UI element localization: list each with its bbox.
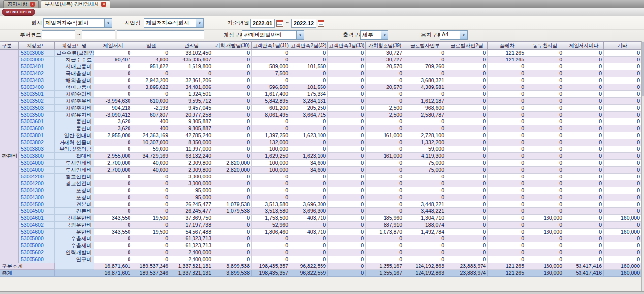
amount-cell[interactable]: 0 [526, 84, 564, 91]
table-row[interactable]: 53005602인력개발비002,400,00000000000000 [0, 249, 642, 256]
amount-cell[interactable]: 0 [94, 70, 132, 77]
table-row[interactable]: 53003801일반 접대비2,955,00024,363,16942,785,… [0, 132, 642, 139]
amount-cell[interactable]: 19,500 [132, 229, 170, 235]
amount-cell[interactable]: 0 [488, 160, 526, 167]
amount-cell[interactable]: 0 [213, 132, 252, 139]
amount-cell[interactable]: 0 [446, 139, 488, 146]
account-code-cell[interactable]: 53005000 [19, 242, 55, 249]
amount-cell[interactable]: 0 [446, 167, 488, 174]
amount-cell[interactable]: 0 [488, 125, 526, 132]
amount-cell[interactable]: 17,197,738 [170, 222, 213, 229]
amount-cell[interactable]: 1,753,500 [252, 215, 290, 222]
amount-cell[interactable]: 0 [213, 235, 252, 242]
amount-cell[interactable]: 0 [290, 256, 328, 263]
amount-cell[interactable]: 95,000 [170, 194, 213, 201]
amount-cell[interactable]: 63,132,240 [170, 153, 213, 160]
amount-cell[interactable]: 9,595,712 [170, 98, 213, 105]
amount-cell[interactable]: 0 [170, 70, 213, 77]
amount-cell[interactable]: 0 [328, 222, 366, 229]
amount-cell[interactable]: 0 [564, 125, 604, 132]
amount-cell[interactable]: 40,000 [132, 167, 170, 174]
amount-cell[interactable]: 23,883,974 [446, 263, 488, 270]
amount-cell[interactable]: 32,861,206 [170, 77, 213, 84]
amount-cell[interactable]: 2,700,000 [94, 160, 132, 167]
amount-cell[interactable]: 16,871,601 [94, 270, 132, 277]
amount-cell[interactable]: 1,073,870 [366, 229, 404, 235]
account-code-cell[interactable]: 53003800 [19, 153, 55, 160]
amount-cell[interactable]: 0 [132, 222, 170, 229]
account-code-cell[interactable]: 53005000 [19, 235, 55, 242]
amount-cell[interactable]: 2,009,800 [170, 167, 213, 174]
close-icon[interactable]: × [30, 2, 35, 7]
amount-cell[interactable]: 1,337,821,131 [170, 263, 213, 270]
account-code-cell[interactable]: 53003500 [19, 112, 55, 118]
amount-cell[interactable]: 2,700,000 [94, 167, 132, 174]
amount-cell[interactable]: 0 [94, 194, 132, 201]
amount-cell[interactable]: 1,924,501 [170, 91, 213, 98]
amount-cell[interactable]: 0 [328, 270, 366, 277]
amount-cell[interactable]: 0 [526, 98, 564, 105]
amount-cell[interactable]: 0 [526, 125, 564, 132]
amount-cell[interactable]: 0 [446, 63, 488, 70]
amount-cell[interactable]: 0 [564, 208, 604, 215]
amount-cell[interactable]: 0 [488, 105, 526, 112]
amount-cell[interactable]: 3,620 [94, 118, 132, 125]
amount-cell[interactable]: 96,822,559 [290, 270, 328, 277]
amount-cell[interactable]: 0 [564, 77, 604, 84]
amount-cell[interactable]: 0 [446, 125, 488, 132]
amount-cell[interactable]: 400 [132, 125, 170, 132]
amount-cell[interactable]: 0 [290, 249, 328, 256]
amount-cell[interactable]: 0 [404, 256, 446, 263]
amount-cell[interactable]: 0 [366, 146, 404, 153]
amount-cell[interactable]: 0 [404, 50, 446, 57]
amount-cell[interactable]: 0 [252, 174, 290, 180]
amount-cell[interactable]: 175,334 [290, 91, 328, 98]
amount-cell[interactable]: 100,000 [252, 167, 290, 174]
amount-cell[interactable]: 0 [604, 146, 642, 153]
amount-cell[interactable]: 2,955,000 [94, 153, 132, 160]
amount-cell[interactable]: 3,895,022 [132, 84, 170, 91]
amount-cell[interactable]: 40,000 [132, 160, 170, 167]
paper-type-select[interactable]: A4 ▼ [440, 30, 468, 40]
account-code-cell[interactable]: 53003401 [19, 63, 55, 70]
amount-cell[interactable]: 0 [328, 84, 366, 91]
amount-cell[interactable]: 0 [526, 187, 564, 194]
amount-cell[interactable]: 0 [446, 215, 488, 222]
amount-cell[interactable]: 0 [446, 146, 488, 153]
amount-cell[interactable]: 101,550 [290, 84, 328, 91]
amount-cell[interactable]: 0 [328, 50, 366, 57]
amount-cell[interactable]: 0 [564, 146, 604, 153]
account-code-cell[interactable]: 53004601 [19, 215, 55, 222]
amount-cell[interactable]: 0 [446, 118, 488, 125]
tab-expense-report[interactable]: 부서별(세목) 경비명세서 × [41, 0, 110, 8]
amount-cell[interactable]: 2,580,787 [404, 112, 446, 118]
table-row[interactable]: 53005000수출제비0061,023,71300000000000 [0, 235, 642, 242]
amount-cell[interactable]: 0 [564, 180, 604, 187]
amount-cell[interactable]: 0 [328, 125, 366, 132]
amount-cell[interactable]: 0 [290, 118, 328, 125]
amount-cell[interactable]: 0 [290, 174, 328, 180]
account-code-cell[interactable]: 53004200 [19, 174, 55, 180]
amount-cell[interactable]: 0 [94, 201, 132, 208]
amount-cell[interactable]: 1,397,250 [252, 132, 290, 139]
amount-cell[interactable]: 0 [564, 242, 604, 249]
amount-cell[interactable]: 0 [604, 201, 642, 208]
account-code-cell[interactable]: 53004200 [19, 180, 55, 187]
amount-cell[interactable]: 0 [328, 139, 366, 146]
amount-cell[interactable]: 160,000 [526, 270, 564, 277]
account-code-cell[interactable]: 53003402 [19, 70, 55, 77]
amount-cell[interactable]: 0 [604, 132, 642, 139]
amount-cell[interactable]: 0 [488, 98, 526, 105]
amount-cell[interactable]: 0 [446, 105, 488, 112]
amount-cell[interactable]: 0 [526, 50, 564, 57]
table-row[interactable]: 53003802거래처 선물비010,307,0008,350,0000132,… [0, 139, 642, 146]
amount-cell[interactable]: 0 [446, 112, 488, 118]
amount-cell[interactable]: 0 [488, 256, 526, 263]
account-name-cell[interactable]: 차량수리비 [55, 91, 94, 98]
amount-cell[interactable]: 0 [564, 91, 604, 98]
amount-cell[interactable]: 0 [488, 208, 526, 215]
amount-cell[interactable]: 7,500 [252, 70, 290, 77]
amount-cell[interactable]: 34,729,169 [132, 153, 170, 160]
amount-cell[interactable]: 1,332,200 [404, 139, 446, 146]
amount-cell[interactable]: 0 [328, 70, 366, 77]
